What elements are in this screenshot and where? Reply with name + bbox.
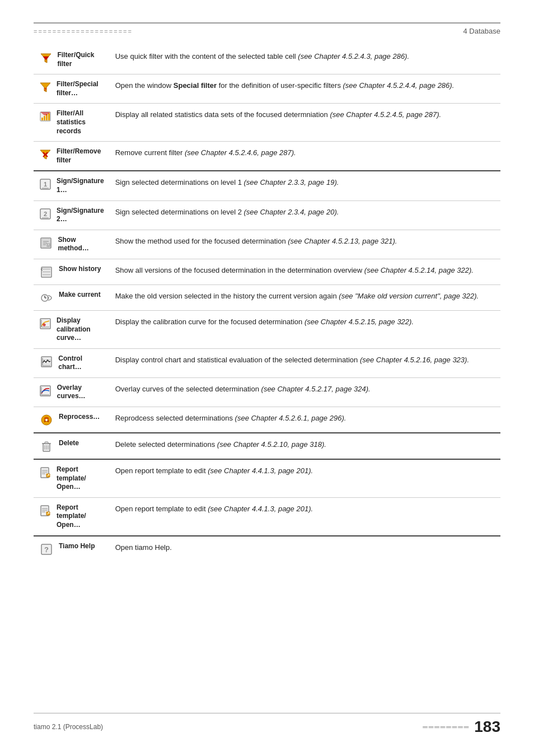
control-chart-icon (38, 355, 54, 368)
table-row: Display calibration curve…Display the ca… (34, 310, 500, 348)
icon-cell-report-template-1: ↗ Report template/ Open… (34, 460, 111, 497)
display-calibration-label: Display calibration curve… (57, 316, 106, 343)
reprocess-desc: Reprodcess selected determinations (see … (111, 407, 500, 433)
svg-text:?: ? (44, 87, 47, 92)
table-row: Filter/Remove filterRemove current filte… (34, 142, 500, 171)
table-row: 1 Sign/Signature 1…Sign selected determi… (34, 171, 500, 200)
table-row: ? Filter/Special filter…Open the window … (34, 74, 500, 104)
display-calibration-icon (38, 317, 53, 330)
filter-all-stats-label: Filter/All statistics records (57, 109, 106, 136)
icon-cell-filter-remove: Filter/Remove filter (34, 142, 111, 171)
icon-cell-report-template-2: ↗ Report template/ Open… (34, 497, 111, 535)
control-chart-label: Control chart… (58, 354, 106, 372)
icon-cell-tiamo-help: ? Tiamo Help (34, 536, 111, 562)
icon-cell-delete: Delete (34, 433, 111, 459)
svg-text:?: ? (44, 545, 49, 554)
table-row: M Show method…Show the method used for t… (34, 230, 500, 259)
sign2-label: Sign/Signature 2… (57, 207, 106, 224)
svg-rect-55 (45, 442, 48, 444)
icon-cell-filter-all-stats: Filter/All statistics records (34, 104, 111, 142)
make-current-desc: Make the old version selected in the his… (111, 284, 500, 310)
filter-remove-icon (38, 148, 53, 161)
page: ===================== 4 Database ↑ Filte… (0, 0, 534, 756)
control-chart-desc: Display control chart and statistical ev… (111, 348, 500, 377)
tiamo-help-icon: ? (38, 543, 55, 556)
filter-quick-label: Filter/Quick filter (57, 51, 106, 68)
show-method-icon: M (38, 236, 54, 250)
show-method-desc: Show the method used for the focused det… (111, 230, 500, 259)
reprocess-label: Reprocess… (59, 413, 100, 422)
svg-text:M: M (48, 243, 50, 246)
svg-text:↗: ↗ (46, 511, 50, 515)
table-row: Filter/All statistics recordsDisplay all… (34, 104, 500, 142)
icon-cell-filter-quick: ↑ Filter/Quick filter (34, 45, 111, 74)
table-row: Overlay curves…Overlay curves of the sel… (34, 377, 500, 407)
icon-cell-reprocess: Reprocess… (34, 407, 111, 433)
table-row: ↗ Report template/ Open…Open report temp… (34, 460, 500, 497)
filter-quick-icon: ↑ (38, 52, 53, 65)
make-current-icon (38, 291, 55, 305)
icon-cell-display-calibration: Display calibration curve… (34, 310, 111, 348)
overlay-curves-icon (38, 384, 53, 398)
svg-text:↑: ↑ (45, 58, 47, 62)
svg-text:2: 2 (44, 211, 47, 217)
svg-text:↗: ↗ (46, 473, 50, 477)
svg-rect-28 (43, 268, 50, 270)
report-template-1-icon: ↗ (38, 466, 53, 479)
show-history-desc: Show all versions of the focused determi… (111, 259, 500, 284)
icon-cell-control-chart: Control chart… (34, 348, 111, 377)
page-number: 183 (474, 718, 500, 736)
table-row: ↗ Report template/ Open…Open report temp… (34, 497, 500, 535)
top-dots: ===================== (34, 28, 133, 35)
icon-cell-show-history: Show history (34, 259, 111, 284)
bottom-bar: tiamo 2.1 (ProcessLab) ════════ 183 (34, 713, 500, 736)
report-template-1-desc: Open report template to edit (see Chapte… (111, 460, 500, 497)
table-row: Reprocess…Reprodcess selected determinat… (34, 407, 500, 433)
table-row: ↑ Filter/Quick filterUse quick filter wi… (34, 45, 500, 74)
filter-special-label: Filter/Special filter… (57, 80, 106, 97)
show-history-label: Show history (59, 265, 101, 274)
table-row: ? Tiamo HelpOpen tiamo Help. (34, 536, 500, 562)
tiamo-help-desc: Open tiamo Help. (111, 536, 500, 562)
table-row: Control chart…Display control chart and … (34, 348, 500, 377)
svg-rect-7 (44, 116, 45, 120)
filter-all-stats-desc: Display all related statistics data sets… (111, 104, 500, 142)
table-row: 2 Sign/Signature 2…Sign selected determi… (34, 200, 500, 230)
filter-all-stats-icon (38, 110, 53, 123)
sign2-desc: Sign selected determinations on level 2 … (111, 200, 500, 230)
svg-marker-36 (48, 297, 50, 298)
sign1-icon: 1 (38, 178, 53, 191)
overlay-curves-desc: Overlay curves of the selected determina… (111, 377, 500, 407)
sign1-label: Sign/Signature 1… (57, 177, 106, 194)
report-template-2-icon: ↗ (38, 504, 53, 517)
show-history-icon (38, 265, 55, 279)
icon-cell-overlay-curves: Overlay curves… (34, 377, 111, 407)
report-template-1-label: Report template/ Open… (57, 465, 106, 492)
icon-cell-make-current: Make current (34, 284, 111, 310)
bottom-dots: ════════ (423, 723, 470, 731)
delete-icon (38, 440, 55, 453)
filter-special-desc: Open the window Special filter for the d… (111, 74, 500, 104)
table-row: Show historyShow all versions of the foc… (34, 259, 500, 284)
table-row: Make currentMake the old version selecte… (34, 284, 500, 310)
svg-rect-9 (48, 113, 50, 120)
filter-special-icon: ? (38, 81, 53, 94)
sign2-icon: 2 (38, 207, 53, 221)
report-template-2-label: Report template/ Open… (57, 503, 106, 530)
content-table: ↑ Filter/Quick filterUse quick filter wi… (34, 45, 500, 562)
chapter-label: 4 Database (463, 27, 501, 35)
tiamo-help-label: Tiamo Help (59, 542, 95, 551)
svg-rect-29 (43, 271, 50, 273)
svg-text:1: 1 (44, 181, 47, 188)
show-method-label: Show method… (58, 236, 106, 253)
sign1-desc: Sign selected determinations on level 1 … (111, 171, 500, 200)
filter-remove-label: Filter/Remove filter (57, 147, 106, 165)
delete-desc: Delete selected determinations (see Chap… (111, 433, 500, 459)
delete-label: Delete (59, 439, 79, 448)
icon-cell-filter-special: ? Filter/Special filter… (34, 74, 111, 104)
table-row: DeleteDelete selected determinations (se… (34, 433, 500, 459)
icon-cell-show-method: M Show method… (34, 230, 111, 259)
bottom-left-text: tiamo 2.1 (ProcessLab) (34, 723, 103, 731)
svg-rect-6 (41, 118, 43, 120)
make-current-label: Make current (59, 291, 101, 300)
